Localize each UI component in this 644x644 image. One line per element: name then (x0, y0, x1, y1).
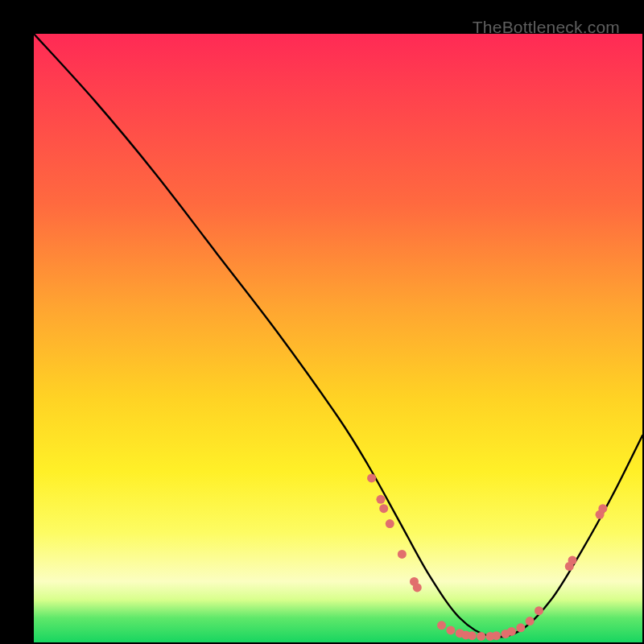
data-point-marker (398, 550, 407, 559)
bottleneck-curve-line (34, 34, 642, 637)
data-point-marker (379, 504, 388, 513)
data-point-marker (376, 495, 385, 504)
data-point-marker (437, 621, 446, 630)
data-point-marker (535, 606, 543, 615)
data-point-marker (507, 627, 516, 636)
data-point-marker (598, 504, 607, 513)
data-point-marker (413, 583, 422, 592)
plot-area (34, 34, 642, 642)
curve-data-points (367, 473, 607, 641)
chart-frame: TheBottleneck.com (16, 16, 628, 628)
data-point-marker (386, 519, 394, 528)
data-point-marker (468, 631, 477, 640)
data-point-marker (568, 555, 577, 564)
data-point-marker (446, 625, 455, 634)
data-point-marker (367, 473, 376, 482)
data-point-marker (516, 623, 525, 632)
data-point-marker (492, 631, 501, 640)
bottleneck-curve-svg (34, 34, 642, 642)
data-point-marker (477, 632, 485, 641)
data-point-marker (526, 617, 535, 625)
